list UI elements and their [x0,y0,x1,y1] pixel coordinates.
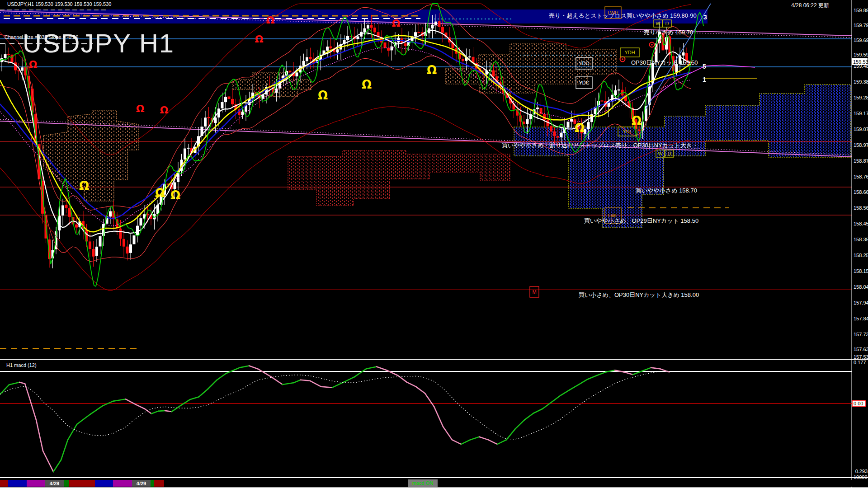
timeline-segment[interactable] [113,480,132,487]
candle-body [109,211,112,216]
candle-body [523,122,525,124]
macd-main-line [366,367,377,369]
candle-body [137,226,139,235]
macd-main-line [443,427,452,440]
omega-marker-yellow: Ω [362,78,372,91]
timeline-segment[interactable] [151,480,154,487]
price-axis-label: 158.970 [854,142,868,148]
macd-toggle-button[interactable]: macd ON [408,479,438,487]
timeline-segment[interactable] [69,480,95,487]
candle-body [146,214,149,215]
candle-body [241,112,244,115]
timeline-segment[interactable] [164,480,852,487]
chart-window: ΩΩΩΩΩΩΩΩΩΩΩΩΩΩLWHWDYDHYDOYDCYDLWDLWLM売り・… [0,0,868,488]
macd-main-line [249,366,258,369]
candle-body [123,239,125,246]
price-axis-label: 159.690 [854,38,868,43]
omega-marker-yellow: Ω [170,188,180,202]
macd-main-line [354,369,366,377]
macd-main-line [377,367,387,371]
candle-body [492,70,495,76]
macd-main-line [25,384,29,398]
level-label-text-YDH: YDH [624,50,635,55]
candle-body [8,54,10,55]
candle-body [384,42,386,48]
macd-main-line [43,451,53,472]
candle-body [214,118,217,123]
macd-main-line [332,382,344,388]
macd-main-line [597,372,606,375]
price-axis-label: 159.795 [854,23,868,28]
macd-main-line [181,399,190,405]
price-axis-label: 159.280 [854,95,868,100]
macd-main-line [136,404,145,409]
candle-body [296,73,298,76]
candle-body [550,126,552,131]
candle-body [4,54,6,58]
alert-circle-dot [622,58,623,60]
timeline-segment[interactable] [154,480,164,487]
timeline-date-label: 4/28 [50,481,59,486]
count-digit: 3 [703,14,707,21]
candle-body [614,91,617,95]
alert-circle-dot [651,44,653,46]
macd-main-line [579,379,588,385]
macd-main-line [258,369,271,377]
candle-body [302,61,305,66]
macd-main-line [344,377,354,382]
macd-main-line [524,413,533,420]
price-axis-label: 157.530 [854,354,868,360]
candle-body [418,32,420,33]
price-axis-label: 158.355 [854,237,868,242]
price-axis-label: 159.075 [854,127,868,132]
macd-main-line [561,390,570,395]
annotation-note: 売り・超えるとストップロス買いやや小さめ 159.80-90 [549,12,697,19]
price-axis-label: 159.590 [854,52,868,57]
candle-body [638,130,641,131]
candle-body [682,53,684,56]
candle-body [174,183,176,189]
omega-marker-yellow: Ω [427,63,437,77]
timeline-segment[interactable] [95,480,113,487]
candle-body [204,118,207,127]
candle-body [560,133,562,137]
candle-body [92,249,94,257]
price-axis-label: 157.940 [854,300,868,305]
timeline-date-label: 4/29 [137,481,146,486]
candle-body [618,89,620,90]
ichimoku-cloud-0 [43,111,138,201]
macd-main-line [283,383,294,385]
price-chart-canvas[interactable]: ΩΩΩΩΩΩΩΩΩΩΩΩΩΩLWHWDYDHYDOYDCYDLWDLWLM売り・… [0,0,868,488]
candle-body [567,122,569,127]
timeline-segment[interactable] [64,480,69,487]
timeline-segment[interactable] [27,480,45,487]
candle-body [18,70,20,71]
annotation-note: 買いやや小さめ、OP29日NYカット 158.50 [584,217,698,224]
candle-body [442,27,444,33]
macd-main-line [488,440,497,444]
level-label-text-D: D [665,21,669,26]
macd-main-line [294,380,301,383]
macd-main-line [145,409,151,414]
candle-body [587,122,590,129]
timeline-segment[interactable] [8,480,27,487]
macd-main-line [151,411,158,414]
candle-body [96,247,98,255]
candle-body [11,55,13,62]
omega-marker-red: Ω [266,14,275,26]
level-label-text-YDL: YDL [623,129,632,134]
candle-body [58,216,61,230]
candle-body [391,47,393,50]
macd-main-line [321,387,332,388]
candle-body [347,36,349,40]
omega-marker-red: Ω [29,59,38,70]
omega-marker-red: Ω [255,33,264,45]
omega-marker-yellow: Ω [318,89,328,102]
candle-body [404,44,406,46]
timeline-segment[interactable] [0,480,8,487]
macd-main-line [642,368,651,371]
macd-main-line [271,377,283,385]
macd-main-line [479,437,488,440]
macd-main-line [0,385,9,394]
macd-main-line [68,424,77,440]
